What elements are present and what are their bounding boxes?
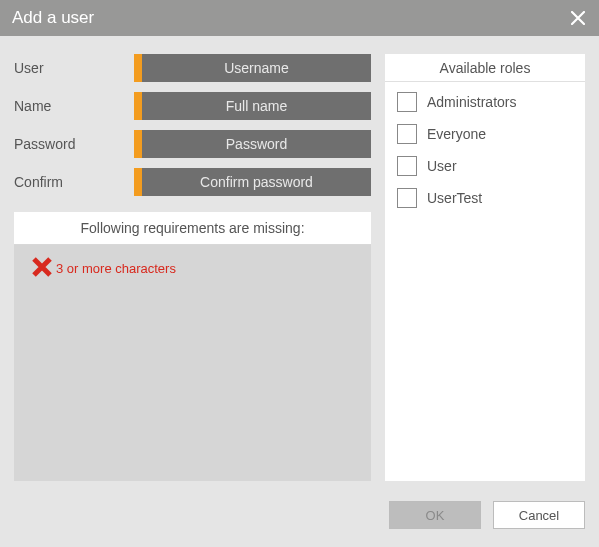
requirements-body: 3 or more characters bbox=[14, 245, 371, 481]
role-label: User bbox=[427, 158, 457, 174]
role-item-usertest[interactable]: UserTest bbox=[397, 188, 573, 208]
requirement-item: 3 or more characters bbox=[30, 255, 363, 282]
accent-bar bbox=[134, 92, 142, 120]
requirements-header: Following requirements are missing: bbox=[14, 212, 371, 245]
add-user-dialog: Add a user User Name Passwor bbox=[0, 0, 599, 547]
roles-header: Available roles bbox=[385, 54, 585, 82]
accent-bar bbox=[134, 130, 142, 158]
error-icon bbox=[30, 255, 54, 282]
checkbox[interactable] bbox=[397, 188, 417, 208]
ok-button[interactable]: OK bbox=[389, 501, 481, 529]
role-label: UserTest bbox=[427, 190, 482, 206]
username-input[interactable] bbox=[142, 54, 371, 82]
accent-bar bbox=[134, 168, 142, 196]
roles-body: Administrators Everyone User UserTest bbox=[385, 82, 585, 481]
input-wrap bbox=[134, 92, 371, 120]
role-item-administrators[interactable]: Administrators bbox=[397, 92, 573, 112]
fullname-input[interactable] bbox=[142, 92, 371, 120]
form-row-confirm: Confirm bbox=[14, 168, 371, 196]
confirm-label: Confirm bbox=[14, 174, 134, 190]
input-wrap bbox=[134, 130, 371, 158]
confirm-password-input[interactable] bbox=[142, 168, 371, 196]
role-item-everyone[interactable]: Everyone bbox=[397, 124, 573, 144]
role-label: Everyone bbox=[427, 126, 486, 142]
form-row-password: Password bbox=[14, 130, 371, 158]
accent-bar bbox=[134, 54, 142, 82]
dialog-content: User Name Password bbox=[0, 36, 599, 491]
user-label: User bbox=[14, 60, 134, 76]
right-column: Available roles Administrators Everyone … bbox=[385, 54, 585, 481]
cancel-button[interactable]: Cancel bbox=[493, 501, 585, 529]
titlebar: Add a user bbox=[0, 0, 599, 36]
checkbox[interactable] bbox=[397, 124, 417, 144]
left-column: User Name Password bbox=[14, 54, 371, 481]
checkbox[interactable] bbox=[397, 156, 417, 176]
dialog-title: Add a user bbox=[12, 8, 94, 28]
input-wrap bbox=[134, 54, 371, 82]
dialog-footer: OK Cancel bbox=[0, 491, 599, 547]
form-row-name: Name bbox=[14, 92, 371, 120]
password-input[interactable] bbox=[142, 130, 371, 158]
form-row-user: User bbox=[14, 54, 371, 82]
password-label: Password bbox=[14, 136, 134, 152]
close-icon[interactable] bbox=[569, 9, 587, 27]
checkbox[interactable] bbox=[397, 92, 417, 112]
role-item-user[interactable]: User bbox=[397, 156, 573, 176]
name-label: Name bbox=[14, 98, 134, 114]
input-wrap bbox=[134, 168, 371, 196]
requirement-text: 3 or more characters bbox=[56, 261, 176, 276]
role-label: Administrators bbox=[427, 94, 516, 110]
